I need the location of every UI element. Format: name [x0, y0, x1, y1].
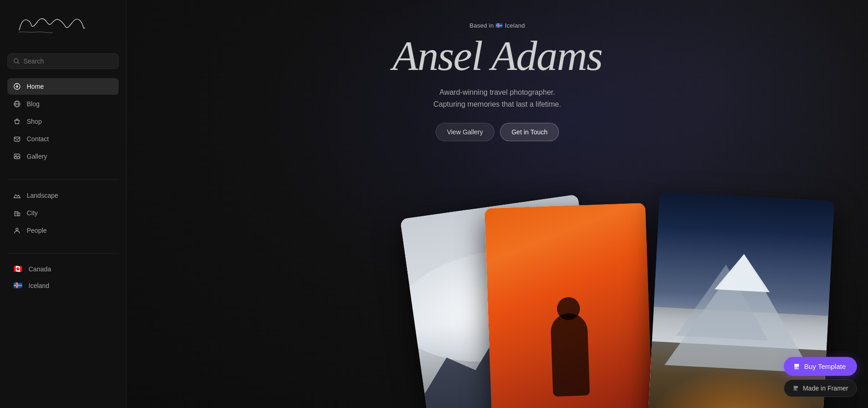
category-people-label: People: [27, 227, 47, 234]
nav-section: Home Blog Shop: [7, 78, 119, 165]
sidebar-item-blog[interactable]: Blog: [7, 96, 119, 112]
canada-flag: 🇨🇦: [13, 265, 23, 273]
main-content: Based in 🇮🇸 Iceland Ansel Adams Award-wi…: [126, 0, 868, 408]
sidebar-item-gallery-label: Gallery: [27, 153, 47, 160]
sidebar-item-home[interactable]: Home: [7, 78, 119, 95]
divider-2: [7, 253, 119, 254]
iceland-flag: 🇮🇸: [13, 282, 23, 289]
logo-area: [7, 11, 119, 40]
sidebar-item-contact[interactable]: Contact: [7, 131, 119, 147]
search-icon: [13, 58, 20, 64]
buy-template-button[interactable]: Buy Template: [784, 357, 857, 376]
sidebar-item-iceland[interactable]: 🇮🇸 Iceland: [7, 278, 119, 293]
made-in-framer-button[interactable]: Made in Framer: [784, 379, 857, 397]
bottom-right-buttons: Buy Template Made in Framer: [784, 357, 857, 397]
buy-template-label: Buy Template: [804, 362, 846, 370]
photo-stack: [414, 187, 828, 408]
sidebar-item-people[interactable]: People: [7, 222, 119, 239]
orange-scene-bg: [484, 203, 653, 408]
based-in-country: Iceland: [505, 22, 525, 29]
made-in-framer-label: Made in Framer: [803, 385, 848, 392]
country-iceland-label: Iceland: [29, 282, 49, 289]
sidebar-item-shop[interactable]: Shop: [7, 113, 119, 130]
search-input[interactable]: [23, 57, 113, 65]
based-in-text: Based in 🇮🇸 Iceland: [392, 22, 602, 29]
hero-subtitle-line1: Award-winning travel photographer.: [439, 88, 555, 96]
country-canada-label: Canada: [29, 265, 51, 273]
snow-cap-top: [714, 253, 771, 292]
svg-rect-4: [14, 137, 20, 141]
divider-1: [7, 179, 119, 180]
svg-point-9: [16, 228, 18, 230]
sidebar-item-gallery[interactable]: Gallery: [7, 148, 119, 165]
sidebar: Home Blog Shop: [0, 0, 126, 408]
mail-icon: [13, 135, 21, 143]
sidebar-item-blog-label: Blog: [27, 100, 40, 108]
shopping-bag-icon: [13, 117, 21, 126]
person-icon: [13, 226, 21, 235]
photo-card-person[interactable]: [484, 203, 653, 408]
image-icon: [13, 152, 21, 161]
category-landscape-label: Landscape: [27, 192, 58, 199]
sidebar-item-canada[interactable]: 🇨🇦 Canada: [7, 261, 119, 277]
sidebar-item-landscape[interactable]: Landscape: [7, 187, 119, 204]
sidebar-item-contact-label: Contact: [27, 135, 49, 143]
compass-icon: [13, 82, 21, 91]
hero-subtitle-line2: Capturing memories that last a lifetime.: [433, 100, 561, 108]
globe-icon: [13, 100, 21, 108]
search-box[interactable]: [7, 53, 119, 69]
sidebar-item-shop-label: Shop: [27, 118, 42, 125]
based-in-prefix: Based in 🇮🇸: [470, 22, 503, 29]
framer-icon-small: [793, 385, 799, 391]
hero-subtitle: Award-winning travel photographer. Captu…: [392, 86, 602, 110]
sidebar-item-city[interactable]: City: [7, 205, 119, 221]
get-in-touch-button[interactable]: Get in Touch: [500, 123, 559, 141]
framer-icon-buy: [793, 363, 800, 370]
category-city-label: City: [27, 209, 38, 217]
building-icon: [13, 209, 21, 217]
svg-rect-8: [18, 213, 20, 216]
country-section: 🇨🇦 Canada 🇮🇸 Iceland: [7, 261, 119, 293]
category-section: Landscape City People: [7, 187, 119, 239]
person-silhouette: [550, 313, 590, 397]
hero-name: Ansel Adams: [392, 33, 602, 79]
mountain-icon: [13, 191, 21, 200]
logo-signature: [11, 11, 94, 39]
view-gallery-button[interactable]: View Gallery: [436, 123, 494, 141]
sidebar-item-home-label: Home: [27, 83, 44, 90]
hero-text-area: Based in 🇮🇸 Iceland Ansel Adams Award-wi…: [392, 22, 602, 141]
hero-buttons: View Gallery Get in Touch: [392, 123, 602, 141]
